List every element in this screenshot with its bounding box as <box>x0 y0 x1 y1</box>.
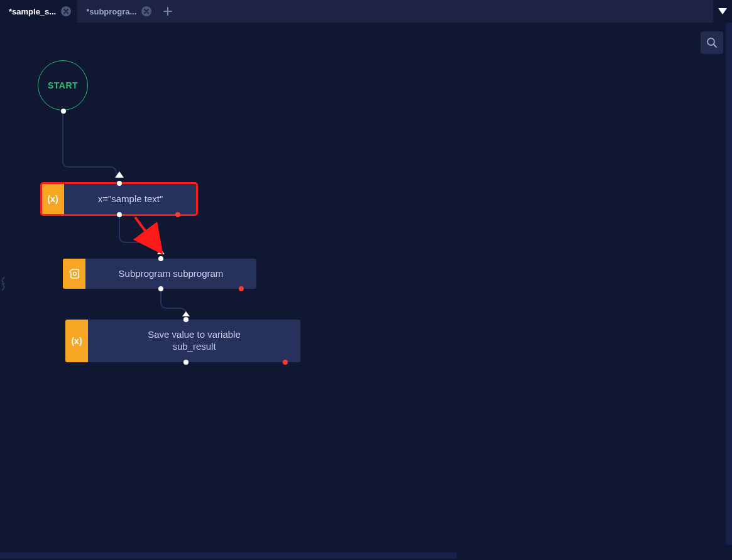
svg-line-2 <box>135 217 157 247</box>
vertical-scrollbar[interactable] <box>726 23 732 545</box>
node-save-variable[interactable]: (x) Save value to variable sub_result <box>65 320 300 362</box>
variable-icon: (x) <box>41 183 64 215</box>
port-out[interactable] <box>183 360 188 365</box>
left-panel-toggle[interactable]: ❮❯ <box>0 277 6 289</box>
port-in[interactable] <box>117 181 122 186</box>
horizontal-scrollbar[interactable] <box>0 550 732 560</box>
svg-text:(x): (x) <box>47 194 58 204</box>
node-label-line2: sub_result <box>172 341 216 353</box>
start-label: START <box>48 80 78 90</box>
tab-label: *subprogra... <box>86 7 136 16</box>
close-icon[interactable] <box>141 6 151 16</box>
node-subprogram[interactable]: Subprogram subprogram <box>63 259 256 289</box>
subprogram-icon <box>63 259 85 289</box>
node-assign-variable[interactable]: (x) x="sample text" <box>41 183 197 215</box>
tab-sample[interactable]: *sample_s... <box>0 0 77 23</box>
add-tab-button[interactable] <box>158 0 178 23</box>
tab-subprogram[interactable]: *subprogra... <box>77 0 158 23</box>
port-in[interactable] <box>183 317 188 322</box>
port-out[interactable] <box>61 109 66 114</box>
svg-point-4 <box>74 272 77 276</box>
tab-label: *sample_s... <box>9 7 56 16</box>
svg-text:(x): (x) <box>71 336 82 346</box>
port-out[interactable] <box>117 212 122 217</box>
tabs-menu-button[interactable] <box>713 0 732 23</box>
node-label: Subprogram subprogram <box>119 268 224 280</box>
error-port[interactable] <box>175 212 180 217</box>
port-out[interactable] <box>158 286 163 291</box>
start-node[interactable]: START <box>38 60 88 110</box>
search-icon <box>706 37 718 48</box>
error-port[interactable] <box>283 360 288 365</box>
svg-line-1 <box>714 45 716 47</box>
node-label: x="sample text" <box>98 193 163 205</box>
node-label-line1: Save value to variable <box>148 329 241 341</box>
flow-canvas[interactable]: ❮❯ ❮❯ START <box>0 23 732 545</box>
variable-icon: (x) <box>65 320 88 362</box>
search-button[interactable] <box>701 31 723 54</box>
port-in[interactable] <box>158 256 163 261</box>
error-port[interactable] <box>239 286 244 291</box>
tab-bar: *sample_s... *subprogra... <box>0 0 732 23</box>
close-icon[interactable] <box>61 6 71 16</box>
